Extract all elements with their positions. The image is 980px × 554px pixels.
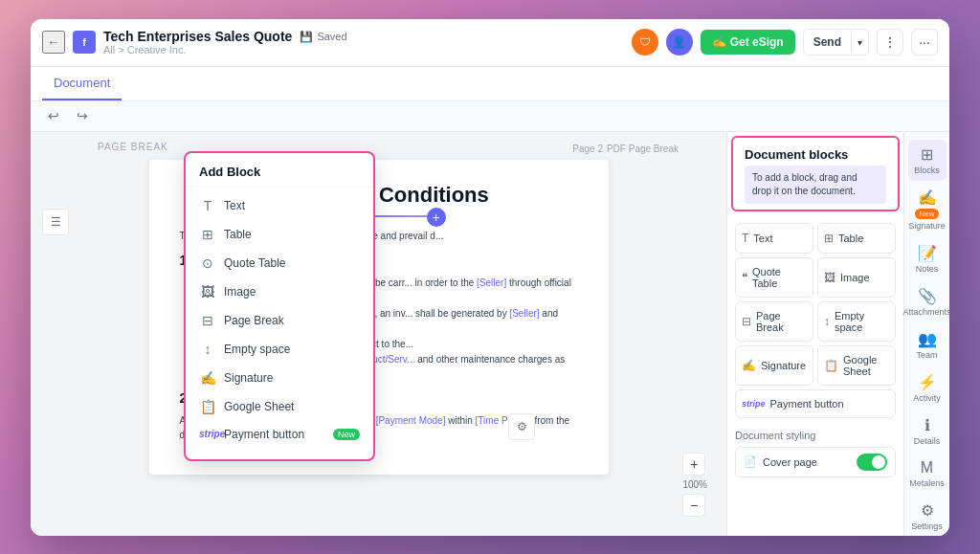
page-break-block-label: Page Break xyxy=(224,314,284,327)
settings-label: Settings xyxy=(911,521,943,531)
rail-details[interactable]: ℹ Details xyxy=(908,410,947,452)
add-block-popup: Add Block T Text ⊞ Table ⊙ Quote Table xyxy=(184,151,375,461)
cover-page-toggle[interactable] xyxy=(857,454,887,471)
metalens-icon: M xyxy=(921,459,933,476)
panel-block-google-sheet[interactable]: 📋 Google Sheet xyxy=(817,345,896,386)
rail-team[interactable]: 👥 Team xyxy=(908,324,947,366)
cover-page-icon: 📄 xyxy=(744,455,757,468)
block-item-google-sheet[interactable]: 📋 Google Sheet xyxy=(186,392,373,421)
block-item-table[interactable]: ⊞ Table xyxy=(186,220,373,249)
panel-payment-icon: stripe xyxy=(742,399,766,409)
panel-block-signature[interactable]: ✍ Signature xyxy=(735,345,813,386)
doc-icon: f xyxy=(73,31,96,54)
panel-gsheet-icon: 📋 xyxy=(824,359,838,372)
page2-label: Page 2 xyxy=(572,144,603,154)
image-block-icon: 🖼 xyxy=(199,284,216,299)
panel-quote-label: Quote Table xyxy=(752,266,807,289)
avatar-icon: 🛡 xyxy=(632,29,658,55)
cover-page-label: Cover page xyxy=(763,456,817,468)
blocks-label: Blocks xyxy=(914,166,940,175)
panel-table-icon: ⊞ xyxy=(824,232,834,245)
table-block-label: Table xyxy=(224,228,252,241)
send-dropdown-button[interactable]: ▾ xyxy=(851,32,868,54)
panel-sig-icon: ✍ xyxy=(742,359,756,372)
rail-blocks[interactable]: ⊞ Blocks xyxy=(908,140,947,181)
signature-icon: ✍ xyxy=(918,188,937,207)
signature-block-label: Signature xyxy=(224,371,273,385)
floating-settings: ⚙ xyxy=(508,413,535,440)
send-btn-group: Send ▾ xyxy=(803,29,869,55)
block-item-empty-space[interactable]: ↕ Empty space xyxy=(186,335,373,364)
rail-notes[interactable]: 📝 Notes xyxy=(908,238,947,279)
get-esign-button[interactable]: ✍ Get eSign xyxy=(701,30,795,55)
panel-pagebreak-label: Page Break xyxy=(756,310,807,333)
rail-activity[interactable]: ⚡ Activity xyxy=(908,367,947,409)
back-button[interactable]: ← xyxy=(42,31,65,54)
panel-table-label: Table xyxy=(838,233,863,244)
panel-text-label: Text xyxy=(753,233,772,244)
zoom-out-button[interactable]: − xyxy=(682,494,705,517)
panel-block-quote-table[interactable]: ❝ Quote Table xyxy=(735,257,813,298)
notes-label: Notes xyxy=(916,264,939,274)
panel-gsheet-label: Google Sheet xyxy=(843,354,889,377)
block-item-page-break[interactable]: ⊟ Page Break xyxy=(186,306,373,335)
pdf-break-label: PDF Page Break xyxy=(607,144,679,154)
block-item-payment[interactable]: stripe Payment button New xyxy=(186,421,373,448)
text-block-icon: T xyxy=(199,198,216,213)
floating-settings-btn[interactable]: ⚙ xyxy=(508,413,535,440)
undo-button[interactable]: ↩ xyxy=(42,104,65,127)
blocks-grid: T Text ⊞ Table ❝ Quote Table xyxy=(727,215,903,426)
redo-button[interactable]: ↪ xyxy=(71,104,94,127)
activity-icon: ⚡ xyxy=(918,373,937,391)
panel-block-page-break[interactable]: ⊟ Page Break xyxy=(735,301,813,342)
share-button[interactable]: ⋮ xyxy=(877,29,903,55)
add-block-inline-button[interactable]: + xyxy=(427,208,446,227)
panel-block-text[interactable]: T Text xyxy=(735,223,813,254)
panel-block-empty-space[interactable]: ↕ Empty space xyxy=(817,301,896,342)
doc-blocks-header: Document blocks To add a block, drag and… xyxy=(731,136,900,211)
saved-badge: 💾 Saved xyxy=(300,31,346,43)
doc-sidebar-icon[interactable]: ☰ xyxy=(42,209,69,235)
rail-settings[interactable]: ⚙ Settings xyxy=(908,496,947,536)
block-item-signature[interactable]: ✍ Signature xyxy=(186,364,373,392)
page-break-block-icon: ⊟ xyxy=(199,313,216,328)
zoom-percent: 100% xyxy=(682,479,707,490)
esign-label: Get eSign xyxy=(730,35,784,49)
page-break-label: PAGE BREAK xyxy=(98,142,168,152)
block-item-image[interactable]: 🖼 Image xyxy=(186,277,373,306)
save-icon: 💾 xyxy=(300,31,313,43)
doc-styling-title: Document styling xyxy=(735,430,896,441)
quote-table-block-icon: ⊙ xyxy=(199,255,216,271)
doc-sidebar: ☰ xyxy=(42,209,69,235)
rail-metalens[interactable]: M Metalens xyxy=(908,454,947,494)
tab-document[interactable]: Document xyxy=(42,66,122,100)
block-item-text[interactable]: T Text xyxy=(186,191,373,220)
panel-block-payment[interactable]: stripe Payment button xyxy=(735,389,896,418)
main-area: PAGE BREAK Page 2 PDF Page Break Terms a… xyxy=(31,132,949,536)
attachments-icon: 📎 xyxy=(918,287,937,305)
send-button[interactable]: Send xyxy=(804,30,851,55)
col-left: PAGE BREAK Page 2 PDF Page Break Terms a… xyxy=(31,132,903,536)
panel-image-icon: 🖼 xyxy=(824,271,835,284)
signature-block-icon: ✍ xyxy=(199,370,216,386)
right-panel: Document blocks To add a block, drag and… xyxy=(726,132,903,536)
activity-label: Activity xyxy=(913,393,941,403)
rail-attachments[interactable]: 📎 Attachments xyxy=(908,281,947,322)
panel-block-table[interactable]: ⊞ Table xyxy=(817,223,896,254)
panel-payment-label: Payment button xyxy=(770,398,844,410)
cover-page-label-row: 📄 Cover page xyxy=(744,455,817,468)
doc-title: Tech Enterprises Sales Quote xyxy=(103,29,292,44)
zoom-in-button[interactable]: + xyxy=(682,453,705,476)
payment-new-badge: New xyxy=(333,429,360,440)
panel-block-image[interactable]: 🖼 Image xyxy=(817,257,896,298)
rail-signature[interactable]: ✍ New Signature xyxy=(908,183,947,236)
block-item-quote-table[interactable]: ⊙ Quote Table xyxy=(186,249,373,277)
settings-icon: ⚙ xyxy=(921,501,934,520)
more-button[interactable]: ··· xyxy=(911,29,938,55)
zoom-controls: + 100% − xyxy=(682,453,707,517)
signature-label: Signature xyxy=(908,221,946,231)
cover-page-row: 📄 Cover page xyxy=(735,447,896,477)
sub-toolbar: Document xyxy=(31,67,949,101)
table-block-icon: ⊞ xyxy=(199,227,216,242)
quote-table-block-label: Quote Table xyxy=(224,256,286,270)
